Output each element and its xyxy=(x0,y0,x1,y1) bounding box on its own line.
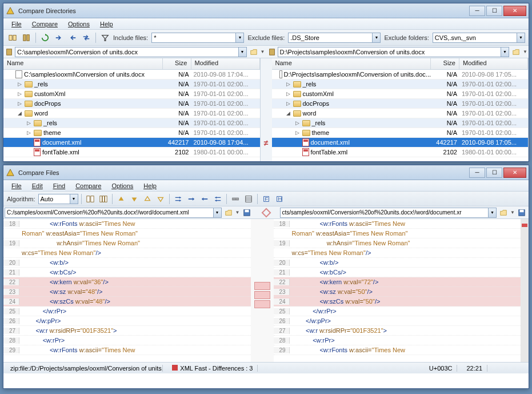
code-line[interactable]: Roman" w:eastAsia="Times New Roman" xyxy=(3,229,251,238)
expand-icon[interactable]: ▷ xyxy=(294,120,301,126)
expand-icon[interactable] xyxy=(294,140,301,146)
tree-row[interactable]: fontTable.xml21021980-01-01 00:00... xyxy=(272,148,529,157)
file-titlebar[interactable]: Compare Files ─ ☐ ✕ xyxy=(3,165,529,180)
browse-icon[interactable] xyxy=(498,207,509,218)
code-line[interactable]: 24 <w:szCs w:val="50"/> xyxy=(274,297,521,307)
prev-change-icon[interactable] xyxy=(142,193,153,205)
maximize-button[interactable]: ☐ xyxy=(486,168,502,178)
code-line[interactable]: 29 <w:rFonts w:ascii="Times New xyxy=(3,345,251,355)
three-way-icon[interactable] xyxy=(98,193,109,205)
copy-all-left-icon[interactable] xyxy=(212,193,223,205)
dropdown-arrow-icon[interactable]: ▼ xyxy=(523,49,527,54)
ignore-whitespace-icon[interactable] xyxy=(230,193,241,205)
menu-help[interactable]: Help xyxy=(95,19,118,29)
refresh-icon[interactable] xyxy=(39,32,51,43)
right-code-pane[interactable]: 18 <w:rFonts w:ascii="Times NewRoman" w:… xyxy=(274,219,521,362)
menu-options[interactable]: Options xyxy=(107,181,138,190)
code-line[interactable]: w:cs="Times New Roman"/> xyxy=(3,248,251,258)
expand-icon[interactable]: ▷ xyxy=(17,91,23,97)
menu-file[interactable]: File xyxy=(7,181,26,190)
left-file-path-input[interactable]: C:/samples/ooxml/Conversion%20of%20units… xyxy=(5,208,222,218)
code-line[interactable]: 28 <w:rPr> xyxy=(3,336,251,345)
menu-help[interactable]: Help xyxy=(139,181,161,190)
expand-icon[interactable]: ▷ xyxy=(285,101,291,107)
overview-ruler[interactable] xyxy=(521,219,529,362)
tree-row[interactable]: ▷_relsN/A1970-01-01 02:00... xyxy=(3,79,260,89)
tree-row[interactable]: ▷themeN/A1970-01-01 02:00... xyxy=(3,128,260,138)
expand-icon[interactable] xyxy=(26,140,32,146)
dropdown-arrow-icon[interactable]: ▼ xyxy=(261,49,265,54)
copy-left-icon[interactable] xyxy=(67,32,78,43)
tree-row[interactable]: ◢wordN/A1970-01-01 02:00... xyxy=(272,109,529,118)
tree-row[interactable]: document.xml4422172010-09-08 17:04... xyxy=(3,138,260,148)
tree-row[interactable]: ▷customXmlN/A1970-01-01 02:00... xyxy=(272,89,529,99)
col-size[interactable]: Size xyxy=(431,58,459,69)
code-line[interactable]: 23 <w:sz w:val="48"/> xyxy=(3,287,251,297)
code-line[interactable]: 26 </w:pPr> xyxy=(3,316,251,326)
expand-icon[interactable]: ▷ xyxy=(285,81,291,87)
code-line[interactable]: 28 <w:rPr> xyxy=(274,336,521,345)
format-icon[interactable]: F xyxy=(261,193,272,205)
settings-icon[interactable] xyxy=(243,193,254,205)
col-modified[interactable]: Modified xyxy=(191,58,260,69)
browse-left-icon[interactable] xyxy=(248,46,259,58)
copy-all-right-icon[interactable] xyxy=(173,193,184,205)
merge-block[interactable] xyxy=(254,291,270,299)
right-file-path-input[interactable]: cts/samples/ooxml/Conversion%20of%20unit… xyxy=(280,208,497,218)
left-path-input[interactable]: C:\samples\ooxml\Conversion of units.doc… xyxy=(15,47,247,57)
next-change-icon[interactable] xyxy=(155,193,166,205)
menu-file[interactable]: File xyxy=(7,19,26,29)
code-line[interactable]: 27 <w:r w:rsidRPr="001F3521"> xyxy=(274,326,521,336)
left-code-pane[interactable]: 18 <w:rFonts w:ascii="Times NewRoman" w:… xyxy=(3,219,251,362)
expand-icon[interactable]: ▷ xyxy=(285,91,291,97)
tree-row[interactable]: ▷customXmlN/A1970-01-01 02:00... xyxy=(3,89,260,99)
browse-right-icon[interactable] xyxy=(510,46,522,58)
code-line[interactable]: 25 </w:rPr> xyxy=(3,307,251,316)
expand-icon[interactable]: ▷ xyxy=(294,130,301,136)
tree-row[interactable]: ▷docPropsN/A1970-01-01 02:00... xyxy=(272,99,529,109)
menu-options[interactable]: Options xyxy=(63,19,94,29)
save-icon[interactable] xyxy=(516,207,527,218)
compare-files-icon[interactable] xyxy=(85,193,96,205)
tree-row[interactable]: ▷_relsN/A1970-01-01 02:00... xyxy=(3,118,260,128)
exclude-folders-input[interactable]: CVS,.svn,_svn▼ xyxy=(433,33,525,43)
code-line[interactable]: 27 <w:r w:rsidRPr="001F3521"> xyxy=(3,326,251,336)
code-line[interactable]: 21 <w:bCs/> xyxy=(274,268,521,277)
minimize-button[interactable]: ─ xyxy=(469,168,485,178)
right-path-input[interactable]: D:\Projects\samples\ooxml\Conversion of … xyxy=(278,47,510,57)
filter-icon[interactable] xyxy=(99,32,111,43)
code-line[interactable]: 20 <w:b/> xyxy=(274,258,521,268)
code-line[interactable]: 22 <w:kern w:val="72"/> xyxy=(274,277,521,287)
expand-icon[interactable]: ▷ xyxy=(26,120,32,126)
close-button[interactable]: ✕ xyxy=(503,168,526,178)
menu-compare[interactable]: Compare xyxy=(71,181,106,190)
code-line[interactable]: 18 <w:rFonts w:ascii="Times New xyxy=(274,219,521,229)
include-files-input[interactable]: *▼ xyxy=(151,33,244,43)
browse-icon[interactable] xyxy=(223,207,234,218)
expand-icon[interactable]: ◢ xyxy=(17,110,23,117)
prev-diff-icon[interactable] xyxy=(115,193,127,205)
algorithm-select[interactable]: Auto▼ xyxy=(38,194,78,204)
exclude-files-input[interactable]: .DS_Store▼ xyxy=(288,33,381,43)
col-name[interactable]: Name xyxy=(3,58,163,69)
code-line[interactable]: 24 <w:szCs w:val="48"/> xyxy=(3,297,251,307)
next-diff-icon[interactable] xyxy=(129,193,140,205)
tree-row[interactable]: ▷docPropsN/A1970-01-01 02:00... xyxy=(3,99,260,109)
maximize-button[interactable]: ☐ xyxy=(486,6,502,16)
close-button[interactable]: ✕ xyxy=(503,6,526,16)
expand-icon[interactable] xyxy=(294,149,301,156)
code-line[interactable]: 26 </w:pPr> xyxy=(274,316,521,326)
tree-row[interactable]: ▷_relsN/A1970-01-01 02:00... xyxy=(272,118,529,128)
tree-row[interactable]: fontTable.xml21021980-01-01 00:00... xyxy=(3,148,260,157)
sync-icon[interactable] xyxy=(81,32,92,43)
code-line[interactable]: 22 <w:kern w:val="36"/> xyxy=(3,277,251,287)
menu-find[interactable]: Find xyxy=(49,181,70,190)
tree-row[interactable]: document.xml4422172010-09-08 17:05... xyxy=(272,138,529,148)
expand-icon[interactable]: ▷ xyxy=(17,101,23,107)
menu-edit[interactable]: Edit xyxy=(27,181,47,190)
save-icon[interactable] xyxy=(241,207,253,218)
expand-icon[interactable] xyxy=(7,71,14,78)
tree-row[interactable]: ◢wordN/A1970-01-01 02:00... xyxy=(3,109,260,118)
merge-block[interactable] xyxy=(254,282,270,290)
code-line[interactable]: w:cs="Times New Roman"/> xyxy=(274,248,521,258)
